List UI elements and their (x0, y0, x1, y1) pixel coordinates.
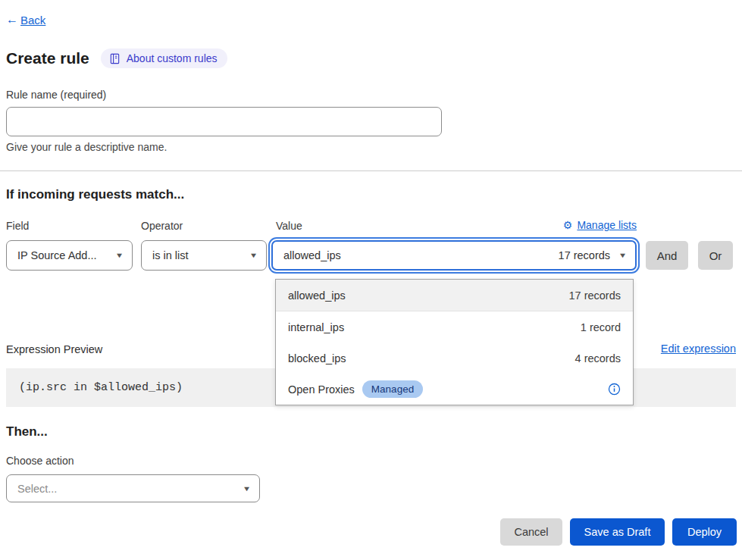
field-label: Field (6, 220, 29, 232)
option-record-count: 17 records (568, 289, 621, 302)
chevron-down-icon: ▼ (249, 252, 258, 259)
option-name: allowed_ips (288, 289, 346, 302)
value-select-name: allowed_ips (283, 249, 341, 261)
edit-expression-link[interactable]: Edit expression (661, 343, 736, 355)
field-select[interactable]: IP Source Add... ▼ (6, 240, 133, 271)
list-dropdown-menu: allowed_ips 17 records internal_ips 1 re… (275, 279, 634, 405)
chevron-down-icon: ▼ (243, 485, 252, 493)
option-name: Open Proxies (288, 383, 355, 396)
value-label: Value (276, 220, 302, 232)
option-name: internal_ips (288, 321, 344, 333)
section-divider (0, 171, 742, 171)
chevron-down-icon: ▼ (618, 252, 628, 259)
info-icon[interactable] (608, 383, 621, 396)
value-select-meta: 17 records (559, 249, 611, 261)
chevron-down-icon: ▼ (115, 252, 124, 259)
operator-label: Operator (141, 220, 183, 232)
deploy-button[interactable]: Deploy (672, 518, 737, 546)
option-record-count: 1 record (581, 321, 621, 333)
action-select[interactable]: Select... ▼ (6, 474, 260, 502)
back-link[interactable]: ← Back (6, 13, 45, 27)
then-section-heading: Then... (6, 424, 48, 440)
dropdown-option-blocked-ips[interactable]: blocked_ips 4 records (276, 343, 633, 374)
dropdown-option-open-proxies[interactable]: Open Proxies Managed (276, 374, 633, 405)
managed-badge: Managed (362, 380, 423, 398)
back-link-label: Back (20, 14, 45, 27)
value-select[interactable]: allowed_ips 17 records ▼ (271, 240, 637, 271)
expression-preview-label: Expression Preview (6, 343, 102, 355)
and-button[interactable]: And (646, 241, 688, 270)
save-as-draft-button[interactable]: Save as Draft (570, 518, 665, 546)
rule-name-label: Rule name (required) (6, 89, 106, 101)
dropdown-option-allowed-ips[interactable]: allowed_ips 17 records (276, 280, 633, 311)
option-record-count: 4 records (575, 352, 621, 364)
action-select-placeholder: Select... (17, 483, 57, 495)
operator-select-value: is in list (152, 249, 189, 261)
choose-action-label: Choose action (6, 455, 74, 467)
operator-select[interactable]: is in list ▼ (141, 240, 267, 271)
about-custom-rules-label: About custom rules (127, 52, 218, 64)
expression-code: (ip.src in $allowed_ips) (19, 381, 183, 394)
arrow-left-icon: ← (6, 13, 18, 27)
manage-lists-label: Manage lists (577, 219, 637, 231)
cancel-button[interactable]: Cancel (500, 518, 562, 546)
rule-name-input[interactable] (6, 107, 442, 136)
book-icon (109, 53, 121, 64)
field-select-value: IP Source Add... (17, 249, 97, 261)
rule-name-helper-text: Give your rule a descriptive name. (6, 141, 167, 153)
dropdown-option-internal-ips[interactable]: internal_ips 1 record (276, 311, 633, 343)
manage-lists-link[interactable]: ⚙ Manage lists (563, 219, 637, 231)
title-row: Create rule About custom rules (6, 48, 227, 68)
about-custom-rules-link[interactable]: About custom rules (101, 48, 227, 68)
match-section-heading: If incoming requests match... (6, 187, 184, 202)
option-name: blocked_ips (288, 352, 346, 364)
page-title: Create rule (6, 49, 89, 67)
gear-icon: ⚙ (563, 219, 573, 231)
or-button[interactable]: Or (698, 241, 733, 270)
create-rule-page: ← Back Create rule About custom rules Ru… (0, 0, 742, 560)
